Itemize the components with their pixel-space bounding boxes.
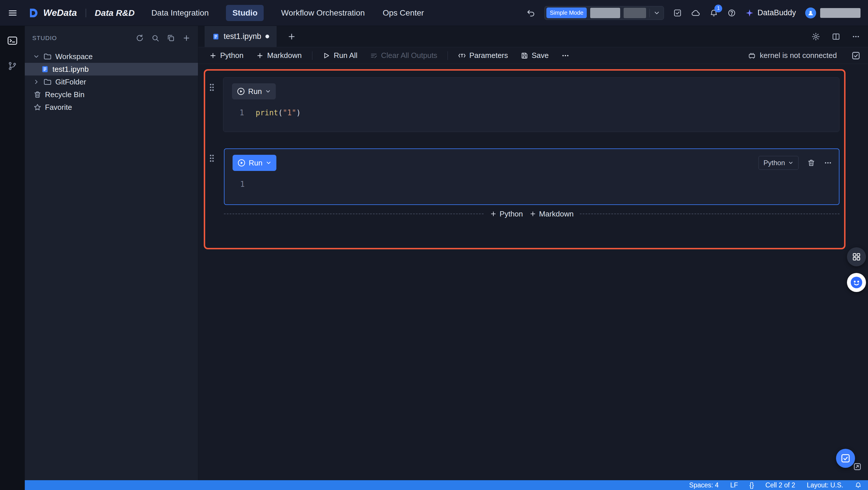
code-line[interactable]: 1 bbox=[232, 180, 832, 189]
assistant-panel-icon[interactable] bbox=[851, 51, 861, 60]
code-token: print bbox=[256, 109, 278, 117]
cell-2-header: Run Python bbox=[232, 155, 832, 171]
brand-divider bbox=[86, 9, 86, 17]
run-all-button[interactable]: Run All bbox=[323, 51, 358, 60]
databuddy-fab[interactable] bbox=[847, 273, 866, 292]
toolbar-more-icon[interactable] bbox=[561, 52, 569, 60]
redacted-mode-option bbox=[590, 8, 620, 18]
cell-drag-handle[interactable] bbox=[209, 153, 215, 163]
run-cell-button[interactable]: Run bbox=[232, 83, 276, 99]
copy-icon[interactable] bbox=[167, 34, 175, 42]
help-icon[interactable] bbox=[727, 9, 736, 17]
save-button[interactable]: Save bbox=[521, 51, 549, 60]
chevron-down-icon[interactable] bbox=[33, 53, 40, 60]
add-python-cell-inline-button[interactable]: Python bbox=[490, 210, 523, 218]
hamburger-menu-icon[interactable] bbox=[7, 8, 18, 18]
databuddy-button[interactable]: DataBuddy bbox=[745, 8, 796, 17]
status-keyboard-layout[interactable]: Layout: U.S. bbox=[807, 481, 843, 489]
nav-studio[interactable]: Studio bbox=[226, 5, 264, 21]
tree-item-label: GitFolder bbox=[55, 78, 86, 87]
code-token: ) bbox=[296, 109, 301, 117]
user-account[interactable] bbox=[805, 7, 861, 19]
run-label: Run bbox=[248, 87, 262, 96]
chevron-right-icon[interactable] bbox=[33, 79, 40, 85]
cell-drag-handle[interactable] bbox=[209, 83, 215, 92]
tree-item-recycle-bin[interactable]: Recycle Bin bbox=[25, 88, 198, 101]
notification-badge: 1 bbox=[714, 5, 722, 12]
corner-widget-icon[interactable] bbox=[852, 462, 862, 471]
notebook-file-icon bbox=[41, 65, 49, 73]
editor-area: test1.ipynb Python Markdown bbox=[198, 26, 868, 480]
code-token: "1" bbox=[283, 109, 296, 117]
add-markdown-inline-label: Markdown bbox=[539, 210, 574, 218]
clear-all-outputs-button[interactable]: Clear All Outputs bbox=[370, 51, 437, 60]
play-circle-icon bbox=[237, 87, 245, 96]
status-bell-icon[interactable] bbox=[855, 482, 862, 489]
databuddy-label: DataBuddy bbox=[757, 8, 796, 17]
tree-item-workspace[interactable]: Workspace bbox=[25, 50, 198, 63]
redacted-mode-option bbox=[624, 8, 646, 18]
more-icon[interactable] bbox=[852, 33, 860, 41]
parameters-button[interactable]: Parameters bbox=[458, 51, 508, 60]
notifications-button[interactable]: 1 bbox=[710, 9, 718, 17]
cell-more-icon[interactable] bbox=[824, 159, 832, 167]
tree-item-label: test1.ipynb bbox=[53, 65, 89, 74]
cell-language-select[interactable]: Python bbox=[758, 156, 799, 170]
play-circle-icon bbox=[237, 158, 246, 167]
code-content: print("1") bbox=[256, 108, 301, 117]
chevron-down-icon bbox=[788, 160, 794, 166]
apps-grid-button[interactable] bbox=[847, 247, 866, 266]
chevron-down-icon[interactable] bbox=[265, 88, 271, 95]
notebook-cell-2-selected[interactable]: Run Python bbox=[224, 148, 839, 205]
chevron-down-icon[interactable] bbox=[266, 160, 272, 166]
search-icon[interactable] bbox=[151, 34, 159, 42]
tree-item-test1-ipynb[interactable]: test1.ipynb bbox=[25, 63, 198, 75]
cloud-icon[interactable] bbox=[691, 8, 700, 18]
status-bar: Spaces: 4 LF {} Cell 2 of 2 Layout: U.S. bbox=[25, 480, 868, 490]
terminal-icon[interactable] bbox=[6, 35, 19, 46]
activity-rail bbox=[0, 26, 25, 490]
folder-icon bbox=[43, 78, 52, 86]
explorer-header: STUDIO bbox=[25, 26, 198, 50]
undo-icon[interactable] bbox=[527, 9, 535, 17]
cell-language-label: Python bbox=[764, 159, 785, 167]
git-branch-icon[interactable] bbox=[7, 61, 17, 71]
add-markdown-cell-button[interactable]: Markdown bbox=[256, 51, 302, 60]
run-cell-button[interactable]: Run bbox=[232, 155, 276, 171]
topbar-actions: Simple Mode 1 DataBuddy bbox=[527, 6, 861, 20]
settings-gear-icon[interactable] bbox=[811, 32, 820, 41]
status-language-braces[interactable]: {} bbox=[749, 481, 753, 489]
status-eol[interactable]: LF bbox=[730, 481, 738, 489]
nav-workflow-orchestration[interactable]: Workflow Orchestration bbox=[280, 5, 365, 21]
nav-ops-center[interactable]: Ops Center bbox=[382, 5, 425, 21]
mode-selector[interactable]: Simple Mode bbox=[545, 6, 664, 20]
nav-data-integration[interactable]: Data Integration bbox=[151, 5, 209, 21]
tree-item-gitfolder[interactable]: GitFolder bbox=[25, 75, 198, 88]
line-number: 1 bbox=[232, 108, 244, 117]
add-python-cell-button[interactable]: Python bbox=[209, 51, 244, 60]
file-tree: Workspace test1.ipynb GitFolder Recycle … bbox=[25, 50, 198, 114]
new-tab-icon[interactable] bbox=[287, 32, 296, 41]
product-name: Data R&D bbox=[95, 8, 134, 18]
save-label: Save bbox=[532, 51, 549, 60]
code-line[interactable]: 1 print("1") bbox=[232, 108, 832, 117]
tasks-icon[interactable] bbox=[673, 9, 682, 17]
status-cell-position[interactable]: Cell 2 of 2 bbox=[766, 481, 795, 489]
tab-bar: test1.ipynb bbox=[198, 26, 868, 47]
primary-nav: Data Integration Studio Workflow Orchest… bbox=[151, 5, 425, 21]
sparkle-icon bbox=[745, 9, 754, 17]
add-icon[interactable] bbox=[182, 34, 190, 42]
tab-test1-ipynb[interactable]: test1.ipynb bbox=[205, 26, 277, 47]
tree-item-favorite[interactable]: Favorite bbox=[25, 101, 198, 114]
delete-cell-icon[interactable] bbox=[807, 159, 815, 167]
redacted-username bbox=[820, 8, 861, 18]
explorer-actions bbox=[136, 34, 190, 42]
avatar bbox=[805, 7, 816, 19]
notebook-cell-1[interactable]: Run 1 print("1") bbox=[223, 77, 839, 132]
chevron-down-icon[interactable] bbox=[653, 9, 660, 17]
refresh-icon[interactable] bbox=[136, 34, 144, 42]
status-spaces[interactable]: Spaces: 4 bbox=[689, 481, 718, 489]
add-markdown-cell-inline-button[interactable]: Markdown bbox=[529, 210, 574, 218]
parameters-label: Parameters bbox=[469, 51, 508, 60]
split-view-icon[interactable] bbox=[832, 32, 840, 41]
